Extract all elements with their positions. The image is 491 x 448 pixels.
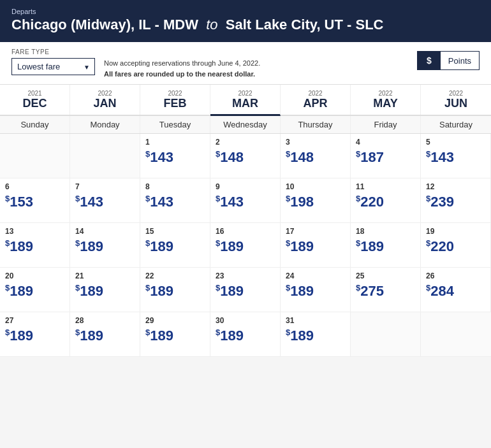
calendar-cell[interactable]: 17 $189	[281, 223, 351, 268]
calendar-cell[interactable]: 30 $189	[210, 312, 281, 357]
fare-price: $189	[216, 238, 275, 255]
day-number: 21	[75, 271, 135, 280]
year-label: 2022	[213, 90, 277, 97]
calendar-cell[interactable]: 11 $220	[351, 178, 421, 223]
month-label: APR	[283, 97, 348, 110]
calendar-cell[interactable]: 28 $189	[70, 312, 140, 357]
calendar-cell[interactable]: 9 $143	[210, 178, 281, 223]
month-cell-dec[interactable]: 2021 DEC	[0, 85, 70, 115]
day-header-wednesday: Wednesday	[210, 116, 281, 133]
day-number: 24	[286, 271, 345, 280]
dollar-sign-icon: $	[426, 283, 430, 293]
dollar-sign-icon: $	[426, 238, 430, 248]
dollar-sign-icon: $	[286, 238, 290, 248]
accepting-note-line1: Now accepting reservations through June …	[104, 58, 260, 69]
calendar-cell[interactable]: 31 $189	[281, 312, 351, 357]
fare-price: $143	[216, 194, 275, 210]
fare-price: $189	[5, 328, 64, 344]
day-number: 14	[75, 227, 135, 236]
calendar-cell[interactable]: 26 $284	[421, 268, 491, 312]
dollar-sign-icon: $	[426, 149, 430, 159]
calendar-cell[interactable]: 21 $189	[70, 268, 140, 312]
fare-price: $189	[286, 328, 345, 344]
calendar-cell[interactable]: 19 $220	[421, 223, 491, 268]
controls-bar: FARE TYPE Lowest fare Refundable fare No…	[0, 42, 491, 85]
dollar-sign-icon: $	[5, 194, 10, 203]
fare-price: $198	[286, 194, 345, 210]
day-number: 1	[145, 138, 205, 147]
day-number: 11	[356, 182, 415, 191]
day-number: 2	[216, 138, 275, 147]
calendar-cell[interactable]: 15 $189	[140, 223, 210, 268]
fare-select[interactable]: Lowest fare Refundable fare	[11, 58, 95, 75]
calendar-cell[interactable]: 6 $153	[0, 178, 70, 223]
calendar-cell[interactable]: 12 $239	[421, 178, 491, 223]
calendar-cell[interactable]: 2 $148	[210, 134, 281, 178]
calendar-cell	[421, 312, 491, 357]
calendar-cell[interactable]: 23 $189	[210, 268, 281, 312]
dollar-sign-icon: $	[356, 149, 360, 159]
calendar-cell[interactable]: 16 $189	[210, 223, 281, 268]
month-label: MAY	[353, 97, 418, 110]
accepting-note: Now accepting reservations through June …	[104, 58, 260, 79]
year-label: 2022	[353, 90, 418, 97]
fare-price: $189	[145, 328, 205, 344]
day-number: 3	[286, 138, 345, 147]
calendar-cell[interactable]: 29 $189	[140, 312, 210, 357]
accepting-note-line2: All fares are rounded up to the nearest …	[104, 69, 260, 80]
day-number: 31	[286, 316, 345, 325]
dollar-sign-icon: $	[145, 194, 150, 203]
calendar-cell	[70, 134, 140, 178]
month-cell-jan[interactable]: 2022 JAN	[70, 85, 140, 115]
month-cell-feb[interactable]: 2022 FEB	[140, 85, 210, 115]
calendar-cell[interactable]: 13 $189	[0, 223, 70, 268]
calendar-cell[interactable]: 20 $189	[0, 268, 70, 312]
calendar-cell[interactable]: 10 $198	[281, 178, 351, 223]
calendar-cell[interactable]: 27 $189	[0, 312, 70, 357]
day-number: 20	[5, 271, 64, 280]
calendar-cell[interactable]: 18 $189	[351, 223, 421, 268]
calendar-cell[interactable]: 25 $275	[351, 268, 421, 312]
month-cell-jun[interactable]: 2022 JUN	[421, 85, 491, 115]
day-header-saturday: Saturday	[421, 116, 491, 133]
dollar-sign-icon: $	[286, 149, 290, 159]
month-cell-may[interactable]: 2022 MAY	[351, 85, 421, 115]
dollar-button[interactable]: $	[418, 52, 441, 69]
month-label: JUN	[423, 97, 488, 110]
calendar-container: 2021 DEC2022 JAN2022 FEB2022 MAR2022 APR…	[0, 85, 491, 357]
dollar-sign-icon: $	[356, 283, 360, 293]
calendar-cell[interactable]: 14 $189	[70, 223, 140, 268]
currency-toggle: $ Points	[417, 51, 480, 70]
calendar-cell	[351, 312, 421, 357]
fare-price: $275	[356, 283, 415, 300]
fare-price: $143	[145, 194, 205, 210]
calendar-cell[interactable]: 1 $143	[140, 134, 210, 178]
fare-price: $220	[356, 194, 415, 210]
calendar-cell[interactable]: 8 $143	[140, 178, 210, 223]
fare-price: $239	[426, 194, 485, 210]
dollar-sign-icon: $	[216, 328, 220, 337]
month-cell-apr[interactable]: 2022 APR	[281, 85, 351, 115]
fare-price: $189	[216, 283, 275, 300]
dollar-sign-icon: $	[216, 194, 220, 203]
origin-text: Chicago (Midway), IL - MDW	[11, 17, 198, 33]
fare-price: $148	[286, 149, 345, 166]
fare-price: $189	[5, 238, 64, 255]
year-label: 2022	[283, 90, 348, 97]
fare-select-wrap[interactable]: Lowest fare Refundable fare	[11, 58, 95, 75]
calendar-cell[interactable]: 5 $143	[421, 134, 491, 178]
dollar-sign-icon: $	[145, 238, 150, 248]
points-button[interactable]: Points	[441, 52, 479, 69]
month-cell-mar[interactable]: 2022 MAR	[210, 85, 281, 116]
calendar-cell[interactable]: 22 $189	[140, 268, 210, 312]
calendar-cell[interactable]: 24 $189	[281, 268, 351, 312]
month-label: MAR	[213, 97, 277, 110]
calendar-cell[interactable]: 7 $143	[70, 178, 140, 223]
destination-text: Salt Lake City, UT - SLC	[226, 17, 384, 33]
calendar-cell[interactable]: 4 $187	[351, 134, 421, 178]
day-header-sunday: Sunday	[0, 116, 70, 133]
month-label: JAN	[73, 97, 137, 110]
day-number: 7	[75, 182, 135, 191]
dollar-sign-icon: $	[75, 283, 80, 293]
calendar-cell[interactable]: 3 $148	[281, 134, 351, 178]
